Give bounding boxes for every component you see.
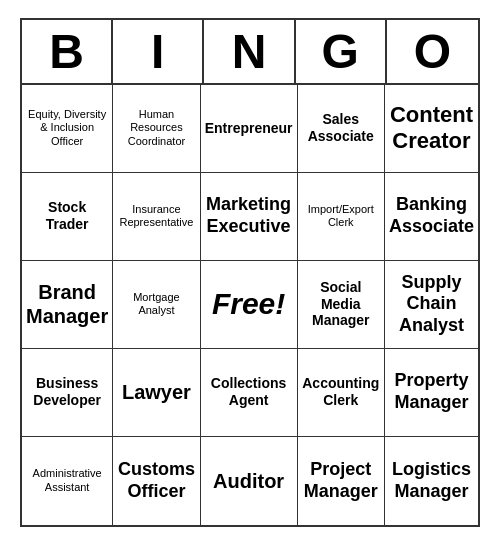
bingo-cell: Business Developer bbox=[22, 349, 113, 437]
bingo-cell: Mortgage Analyst bbox=[113, 261, 200, 349]
bingo-cell: Stock Trader bbox=[22, 173, 113, 261]
bingo-cell: Equity, Diversity & Inclusion Officer bbox=[22, 85, 113, 173]
bingo-cell: Sales Associate bbox=[298, 85, 385, 173]
bingo-cell: Banking Associate bbox=[385, 173, 478, 261]
bingo-cell: Entrepreneur bbox=[201, 85, 298, 173]
bingo-cell: Auditor bbox=[201, 437, 298, 525]
bingo-card: BINGO Equity, Diversity & Inclusion Offi… bbox=[20, 18, 480, 527]
bingo-cell: Collections Agent bbox=[201, 349, 298, 437]
header-letter: N bbox=[204, 20, 295, 83]
bingo-cell: Free! bbox=[201, 261, 298, 349]
bingo-cell: Customs Officer bbox=[113, 437, 200, 525]
bingo-cell: Brand Manager bbox=[22, 261, 113, 349]
bingo-cell: Content Creator bbox=[385, 85, 478, 173]
bingo-cell: Human Resources Coordinator bbox=[113, 85, 200, 173]
bingo-cell: Project Manager bbox=[298, 437, 385, 525]
bingo-cell: Lawyer bbox=[113, 349, 200, 437]
bingo-cell: Import/Export Clerk bbox=[298, 173, 385, 261]
bingo-cell: Insurance Representative bbox=[113, 173, 200, 261]
bingo-cell: Social Media Manager bbox=[298, 261, 385, 349]
bingo-cell: Administrative Assistant bbox=[22, 437, 113, 525]
header-letter: I bbox=[113, 20, 204, 83]
bingo-grid: Equity, Diversity & Inclusion OfficerHum… bbox=[22, 85, 478, 525]
bingo-cell: Property Manager bbox=[385, 349, 478, 437]
header-letter: G bbox=[296, 20, 387, 83]
bingo-header: BINGO bbox=[22, 20, 478, 85]
bingo-cell: Marketing Executive bbox=[201, 173, 298, 261]
bingo-cell: Logistics Manager bbox=[385, 437, 478, 525]
header-letter: B bbox=[22, 20, 113, 83]
header-letter: O bbox=[387, 20, 478, 83]
bingo-cell: Accounting Clerk bbox=[298, 349, 385, 437]
bingo-cell: Supply Chain Analyst bbox=[385, 261, 478, 349]
